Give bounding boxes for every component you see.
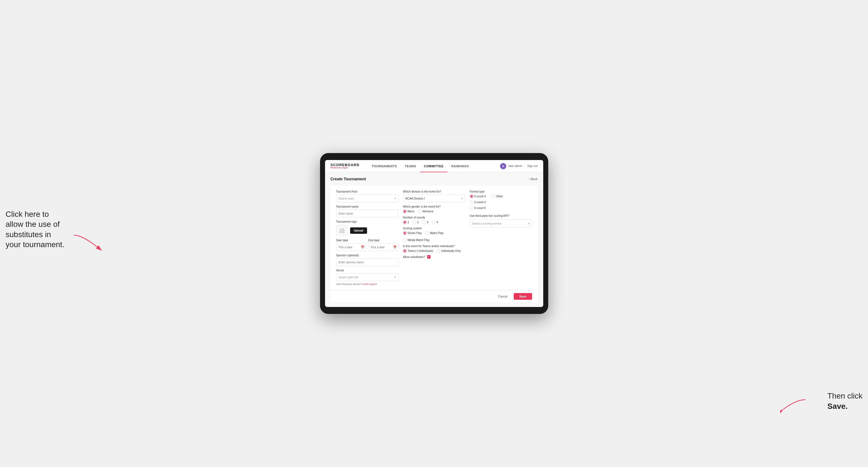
round-4-label: 4 [436, 221, 438, 224]
scoring-system-label: Scoring system [403, 227, 465, 230]
round-1-radio[interactable] [403, 220, 407, 224]
teams-radio-group: Teams (+Individuals) Individuals Only [403, 249, 465, 253]
format-section: Format type 5 count 4 [470, 190, 532, 210]
substitutes-checkbox[interactable] [427, 255, 431, 259]
format-other-radio[interactable] [492, 194, 495, 198]
nav-rankings[interactable]: RANKINGS [447, 160, 473, 172]
user-name: blair admin [508, 164, 522, 167]
page-content: Create Tournament Back Tournament Host S… [325, 172, 543, 307]
round-4-radio[interactable] [432, 220, 435, 224]
format-6count5-radio[interactable] [470, 206, 473, 210]
sponsor-input[interactable] [336, 258, 399, 266]
individuals-only[interactable]: Individuals Only [436, 249, 461, 253]
substitutes-label: Allow substitutes? [403, 255, 425, 258]
column-middle: Which division is the event for? NCAA Di… [403, 190, 465, 285]
rounds-section: Number of rounds 1 2 [403, 216, 465, 224]
scoring-stroke[interactable]: Stroke Play [403, 231, 422, 235]
tournament-host-label: Tournament Host [336, 190, 399, 193]
logo-powered: Powered by clippd [331, 167, 360, 169]
format-5count4[interactable]: 5 count 4 [470, 194, 486, 198]
scoring-medal[interactable]: Medal Match Play [403, 238, 430, 242]
page-title: Create Tournament [331, 177, 366, 181]
venue-input[interactable]: Search golf club ▾ [336, 273, 399, 281]
teams-plus[interactable]: Teams (+Individuals) [403, 249, 433, 253]
tournament-logo-section: Tournament logo ⬜ Upload [336, 220, 399, 236]
tournament-host-input[interactable]: Search team ▾ [336, 194, 399, 202]
scoring-match-label: Match Play [430, 231, 443, 235]
page-header: Create Tournament Back [331, 177, 538, 181]
tournament-logo-label: Tournament logo [336, 220, 399, 223]
navbar: SCOREBOARD Powered by clippd TOURNAMENTS… [325, 160, 543, 172]
email-support-link[interactable]: email support [362, 283, 377, 285]
format-6count5[interactable]: 6 count 5 [470, 206, 486, 210]
gender-mens-radio[interactable] [403, 210, 407, 213]
gender-radio-group: Mens Womens [403, 210, 465, 213]
cancel-button[interactable]: Cancel [495, 293, 511, 300]
logo-scoreboard: SCOREBOARD [331, 163, 360, 167]
round-3-radio[interactable] [422, 220, 426, 224]
gender-womens-radio[interactable] [418, 210, 421, 213]
scoring-stroke-radio[interactable] [403, 231, 407, 235]
logo-area: SCOREBOARD Powered by clippd [331, 163, 360, 169]
teams-plus-label: Teams (+Individuals) [408, 249, 433, 252]
format-6count4-radio[interactable] [470, 200, 473, 204]
scoring-radio-group: Stroke Play Match Play Medal Match Play [403, 231, 465, 242]
scoring-match[interactable]: Match Play [425, 231, 443, 235]
annotation-left: Click here to allow the use of substitut… [6, 209, 67, 250]
host-chevron-icon: ▾ [395, 197, 396, 200]
round-3[interactable]: 3 [422, 220, 429, 224]
venue-section: Venue Search golf club ▾ Can't find your… [336, 269, 399, 285]
nav-right: B blair admin | Sign out [500, 163, 537, 169]
gender-section: Which gender is the event for? Mens Wome… [403, 205, 465, 213]
scoring-match-radio[interactable] [425, 231, 429, 235]
sign-out-link[interactable]: Sign out [527, 164, 538, 167]
logo-upload-area: ⬜ Upload [336, 225, 399, 236]
nav-tournaments[interactable]: TOURNAMENTS [368, 160, 401, 172]
rounds-label: Number of rounds [403, 216, 465, 219]
format-5count4-radio[interactable] [470, 194, 473, 198]
tournament-host-section: Tournament Host Search team ▾ [336, 190, 399, 202]
division-section: Which division is the event for? NCAA Di… [403, 190, 465, 202]
gender-womens-label: Womens [423, 210, 433, 213]
save-button[interactable]: Save [514, 293, 532, 300]
form-grid: Tournament Host Search team ▾ Tournament… [336, 190, 532, 285]
start-date-section: Start date 📅 [336, 239, 366, 251]
teams-plus-radio[interactable] [403, 249, 407, 253]
format-other[interactable]: Other [492, 194, 503, 198]
date-row: Start date 📅 End date [336, 239, 399, 251]
gender-womens[interactable]: Womens [418, 210, 433, 213]
venue-label: Venue [336, 269, 399, 272]
round-2[interactable]: 2 [412, 220, 419, 224]
gender-mens[interactable]: Mens [403, 210, 414, 213]
scoring-service-select[interactable]: Select a scoring service ▾ [470, 220, 532, 227]
scoring-medal-radio[interactable] [403, 238, 407, 242]
form-body: Tournament Host Search team ▾ Tournament… [331, 186, 538, 290]
individuals-only-label: Individuals Only [441, 249, 461, 252]
calendar-icon: 📅 [361, 246, 365, 249]
format-5count4-label: 5 count 4 [474, 195, 486, 198]
scoring-chevron-icon: ▾ [528, 222, 530, 225]
round-4[interactable]: 4 [432, 220, 438, 224]
division-chevron-icon: ▾ [461, 197, 463, 200]
round-1-label: 1 [408, 221, 409, 224]
nav-teams[interactable]: TEAMS [401, 160, 420, 172]
scoring-system-section: Scoring system Stroke Play Match Play [403, 227, 465, 242]
back-link[interactable]: Back [529, 177, 537, 181]
column-right: Format type 5 count 4 [470, 190, 532, 285]
screen: SCOREBOARD Powered by clippd TOURNAMENTS… [325, 160, 543, 307]
upload-button[interactable]: Upload [350, 227, 367, 234]
individuals-only-radio[interactable] [436, 249, 440, 253]
division-label: Which division is the event for? [403, 190, 465, 193]
format-6count4[interactable]: 6 count 4 [470, 200, 486, 204]
scoring-api-section: Use third-party live scoring API? Select… [470, 214, 532, 227]
round-2-radio[interactable] [412, 220, 416, 224]
nav-links: TOURNAMENTS TEAMS COMMITTEE RANKINGS [368, 160, 500, 172]
format-6count5-label: 6 count 5 [474, 207, 486, 210]
tournament-name-input[interactable] [336, 210, 399, 217]
division-select[interactable]: NCAA Division I ▾ [403, 194, 465, 202]
teams-section: Is this event for Teams and/or Individua… [403, 245, 465, 253]
substitutes-section: Allow substitutes? [403, 255, 465, 259]
gender-mens-label: Mens [408, 210, 414, 213]
nav-committee[interactable]: COMMITTEE [420, 160, 447, 172]
round-1[interactable]: 1 [403, 220, 409, 224]
